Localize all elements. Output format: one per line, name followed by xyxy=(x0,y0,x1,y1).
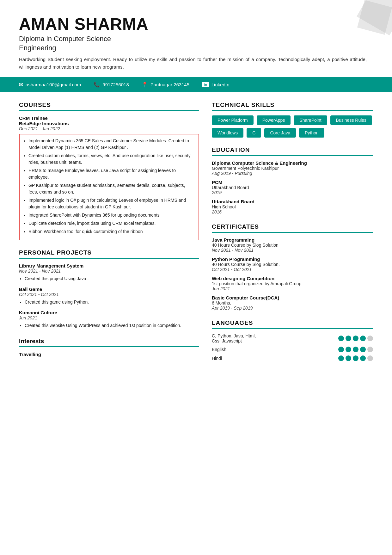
dot-filled xyxy=(346,336,351,341)
dot-filled xyxy=(353,347,358,352)
skills-title: TECHNICAL SKILLS xyxy=(212,102,373,111)
project-bullet: Created this website Using WordPress and… xyxy=(25,322,199,329)
cert-title: Python Programming xyxy=(212,256,373,262)
certificate-entry: Basic Computer Course(DCA) 6 Months. Apr… xyxy=(212,295,373,311)
course-bullets: Implemented Dynamics 365 CE Sales and Cu… xyxy=(19,134,199,240)
contact-linkedin[interactable]: in LinkedIn xyxy=(202,82,229,87)
candidate-name: AMAN SHARMA xyxy=(19,15,373,33)
linkedin-link[interactable]: LinkedIn xyxy=(211,82,230,87)
project-title: Ball Game xyxy=(19,287,199,292)
course-bullet-item: GP Kashipur to manage student admissions… xyxy=(28,182,193,195)
project-date: Jun 2021 xyxy=(19,315,199,320)
project-description: Created this game using Python. xyxy=(19,299,199,305)
edu-degree: Diploma Computer Science & Engineering xyxy=(212,160,373,166)
education-entry: PCM Uttarakhand Board 2019 xyxy=(212,180,373,195)
email-address: asharmaa100@gmail.com xyxy=(26,82,81,87)
education-entry: Uttarakhand Board High School 2016 xyxy=(212,199,373,214)
candidate-subtitle: Diploma in Computer Science Engineering xyxy=(19,34,373,52)
dot-filled xyxy=(360,336,366,341)
contact-bar: ✉ asharmaa100@gmail.com 📞 9917256018 📍 P… xyxy=(0,77,392,92)
project-date: Nov 2021 - Nov 2021 xyxy=(19,268,199,274)
edu-degree: PCM xyxy=(212,180,373,185)
resume-page: AMAN SHARMA Diploma in Computer Science … xyxy=(0,0,392,555)
languages-title: LANGUAGES xyxy=(212,319,373,329)
projects-title: PERSONAL PROJECTS xyxy=(19,249,199,259)
language-row: English xyxy=(212,347,373,352)
language-name: Hindi xyxy=(212,356,275,361)
dot-filled xyxy=(353,355,358,361)
language-dots xyxy=(338,355,373,361)
interests-section: Interests Travelling xyxy=(19,338,199,357)
skill-tag: PowerApps xyxy=(257,115,291,125)
interest-item: Travelling xyxy=(19,352,199,357)
cert-date: Oct 2021 - Oct 2021 xyxy=(212,267,373,272)
course-bullet-item: Implemented logic in C# plugin for calcu… xyxy=(28,197,193,210)
contact-phone: 📞 9917256018 xyxy=(94,82,129,88)
right-column: TECHNICAL SKILLS Power PlatformPowerApps… xyxy=(212,102,373,370)
company-name: BetaEdge Innovations xyxy=(19,121,199,126)
left-column: COURSES CRM Trainee BetaEdge Innovations… xyxy=(19,102,199,370)
cert-detail: 40 Hours Course by Slog Solution. xyxy=(212,262,373,267)
dot-empty xyxy=(367,355,373,361)
phone-icon: 📞 xyxy=(94,82,100,88)
skills-grid: Power PlatformPowerAppsSharePointBusines… xyxy=(212,115,373,138)
course-bullet-item: Created custom entities, forms, views, e… xyxy=(28,152,193,166)
course-bullet-item: Ribbon Workbench tool for quick customiz… xyxy=(28,228,193,235)
cert-title: Web designing Competition xyxy=(212,276,373,281)
cert-detail: 6 Months. xyxy=(212,300,373,305)
dot-filled xyxy=(346,355,351,361)
edu-date: Aug 2019 - Pursuing xyxy=(212,171,373,176)
certificates-title: CERTIFICATES xyxy=(212,223,373,233)
dot-filled xyxy=(360,347,366,352)
location-icon: 📍 xyxy=(142,82,148,88)
dot-filled xyxy=(360,355,366,361)
technical-skills-section: TECHNICAL SKILLS Power PlatformPowerApps… xyxy=(212,102,373,138)
candidate-summary: Hardworking Student seeking employment. … xyxy=(19,56,367,71)
main-content: COURSES CRM Trainee BetaEdge Innovations… xyxy=(19,102,373,370)
project-bullet: Created this game using Python. xyxy=(25,299,199,305)
dot-filled xyxy=(338,355,344,361)
cert-date: Jun 2021 xyxy=(212,286,373,291)
dot-filled xyxy=(338,336,344,341)
job-title: CRM Trainee xyxy=(19,115,199,121)
cert-detail: 40 Hours Course by Slog Solution xyxy=(212,243,373,248)
personal-projects-section: PERSONAL PROJECTS Library Management Sys… xyxy=(19,249,199,329)
edu-school: Uttarakhand Board xyxy=(212,185,373,190)
course-bullet-item: Duplicate detection rule, import data us… xyxy=(28,220,193,227)
skill-tag: Workflows xyxy=(212,128,243,138)
language-dots xyxy=(338,347,373,352)
edu-date: 2019 xyxy=(212,190,373,195)
education-title: EDUCATION xyxy=(212,146,373,156)
dot-empty xyxy=(367,336,373,341)
project-bullet: Created this project Using Java . xyxy=(25,275,199,282)
project-description: Created this project Using Java . xyxy=(19,275,199,282)
phone-number: 9917256018 xyxy=(102,82,129,87)
language-row: Hindi xyxy=(212,355,373,361)
cert-date: Nov 2021 - Nov 2021 xyxy=(212,248,373,253)
linkedin-icon: in xyxy=(202,82,209,87)
location-text: Pantnagar 263145 xyxy=(150,82,189,87)
skill-tag: Python xyxy=(299,128,324,138)
email-icon: ✉ xyxy=(19,82,23,88)
interests-title: Interests xyxy=(19,338,199,347)
course-bullet-item: HRMS to manage Employee leaves. use Java… xyxy=(28,167,193,181)
project-date: Oct 2021 - Oct 2021 xyxy=(19,292,199,297)
education-entry: Diploma Computer Science & Engineering G… xyxy=(212,160,373,176)
language-name: C, Python, Java, Html, Css, Javascript xyxy=(212,333,275,343)
courses-section: COURSES CRM Trainee BetaEdge Innovations… xyxy=(19,102,199,240)
dot-empty xyxy=(367,347,373,352)
project-item: Ball Game Oct 2021 - Oct 2021 Created th… xyxy=(19,287,199,305)
skill-tag: C xyxy=(247,128,261,138)
language-row: C, Python, Java, Html, Css, Javascript xyxy=(212,333,373,343)
language-dots xyxy=(338,336,373,341)
project-title: Library Management System xyxy=(19,263,199,268)
contact-email: ✉ asharmaa100@gmail.com xyxy=(19,82,81,88)
certificate-entry: Web designing Competition 1st position t… xyxy=(212,276,373,291)
contact-location: 📍 Pantnagar 263145 xyxy=(142,82,189,88)
certificate-entry: Java Programming 40 Hours Course by Slog… xyxy=(212,237,373,253)
course-bullet-item: Integrated SharePoint with Dynamics 365 … xyxy=(28,212,193,219)
course-date: Dec 2021 - Jan 2022 xyxy=(19,126,199,131)
edu-school: Government Polytechnic Kashipur xyxy=(212,166,373,171)
certificate-entry: Python Programming 40 Hours Course by Sl… xyxy=(212,256,373,272)
course-bullet-item: Implemented Dynamics 365 CE Sales and Cu… xyxy=(28,138,193,151)
